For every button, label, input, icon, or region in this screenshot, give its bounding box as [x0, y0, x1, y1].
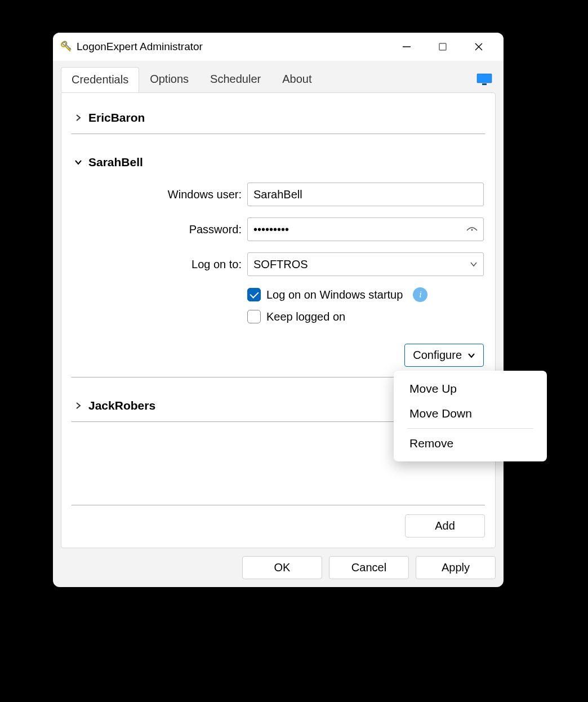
windows-user-label: Windows user: — [73, 188, 242, 201]
tab-scheduler[interactable]: Scheduler — [199, 66, 271, 92]
svg-rect-9 — [477, 74, 492, 83]
window-title: LogonExpert Administrator — [77, 41, 389, 53]
tab-options[interactable]: Options — [139, 66, 199, 92]
password-input[interactable] — [247, 217, 484, 241]
configure-button[interactable]: Configure — [404, 344, 484, 367]
add-button[interactable]: Add — [405, 514, 485, 537]
row-keep-checkbox: Keep logged on — [247, 310, 484, 323]
logon-to-label: Log on to: — [73, 258, 242, 271]
logon-to-value: SOFTROS — [253, 258, 308, 271]
bottom-area: Add — [72, 505, 485, 537]
user-name: JackRobers — [88, 399, 155, 412]
chevron-right-icon — [74, 401, 83, 410]
add-row: Add — [72, 505, 485, 537]
keys-icon — [60, 41, 72, 53]
user-section-eric: EricBaron — [72, 103, 485, 134]
cancel-button[interactable]: Cancel — [329, 556, 409, 579]
row-logon-to: Log on to: SOFTROS — [73, 252, 484, 276]
menu-move-down[interactable]: Move Down — [394, 401, 547, 426]
configure-menu: Move Up Move Down Remove — [394, 371, 547, 461]
monitor-icon[interactable] — [476, 73, 492, 86]
credentials-panel: EricBaron SarahBell Windows user: — [61, 92, 496, 548]
user-header-sarah[interactable]: SarahBell — [73, 152, 484, 172]
close-button[interactable] — [461, 33, 497, 61]
titlebar: LogonExpert Administrator — [53, 33, 504, 61]
chevron-right-icon — [74, 113, 83, 122]
window-body: Credentials Options Scheduler About Eric… — [53, 61, 504, 587]
row-password: Password: — [73, 217, 484, 241]
eye-icon[interactable] — [466, 223, 478, 236]
keep-logged-label: Keep logged on — [266, 310, 345, 323]
chevron-down-icon — [470, 260, 478, 268]
chevron-down-icon — [74, 158, 83, 167]
tab-credentials[interactable]: Credentials — [61, 67, 139, 92]
info-icon[interactable]: i — [413, 287, 427, 302]
user-header-eric[interactable]: EricBaron — [73, 108, 484, 128]
logon-to-select[interactable]: SOFTROS — [247, 252, 484, 276]
tab-about[interactable]: About — [271, 66, 322, 92]
maximize-button[interactable] — [425, 33, 461, 61]
user-name: SarahBell — [88, 155, 143, 169]
dialog-actions: OK Cancel Apply — [61, 548, 496, 579]
svg-point-11 — [471, 229, 473, 231]
windows-user-input[interactable] — [247, 183, 484, 206]
configure-row: Configure Move Up Move Down Remove — [73, 344, 484, 367]
minimize-button[interactable] — [389, 33, 425, 61]
menu-move-up[interactable]: Move Up — [394, 376, 547, 401]
tab-row: Credentials Options Scheduler About — [61, 66, 496, 92]
apply-button[interactable]: Apply — [416, 556, 496, 579]
user-name: EricBaron — [88, 111, 145, 125]
keep-logged-checkbox[interactable] — [247, 310, 261, 323]
credentials-form: Windows user: Password: — [73, 172, 484, 371]
row-windows-user: Windows user: — [73, 183, 484, 206]
password-label: Password: — [73, 223, 242, 236]
svg-rect-6 — [439, 43, 446, 50]
window-controls — [389, 33, 497, 61]
ok-button[interactable]: OK — [242, 556, 322, 579]
chevron-down-icon — [467, 352, 475, 359]
startup-checkbox[interactable] — [247, 288, 261, 301]
startup-label: Log on on Windows startup — [266, 288, 403, 301]
app-window: LogonExpert Administrator Credentials Op… — [53, 33, 504, 587]
menu-separator — [407, 428, 533, 429]
menu-remove[interactable]: Remove — [394, 431, 547, 456]
svg-rect-10 — [482, 83, 487, 85]
configure-label: Configure — [413, 349, 462, 362]
user-section-sarah: SarahBell Windows user: Password: — [72, 148, 485, 377]
row-startup-checkbox: Log on on Windows startup i — [247, 287, 484, 302]
